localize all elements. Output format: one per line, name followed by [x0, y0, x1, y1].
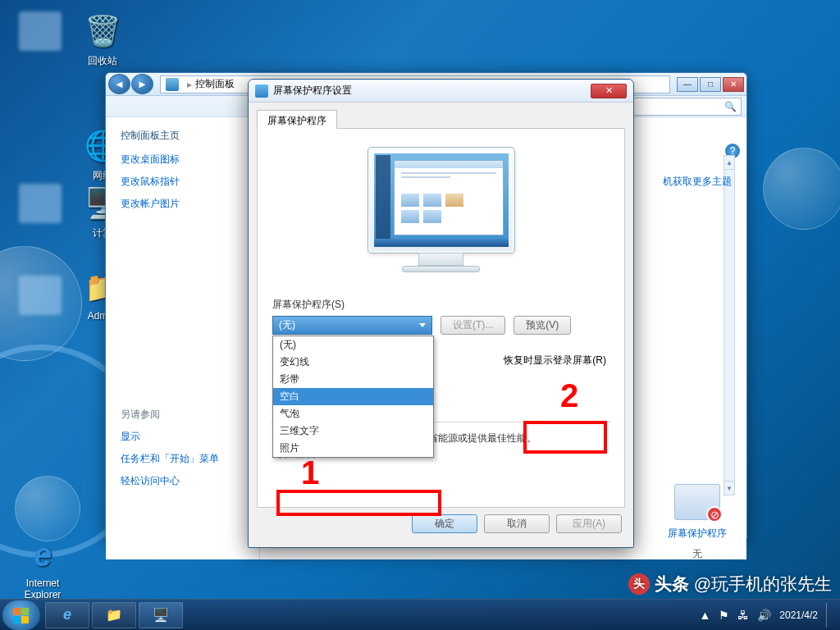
screensaver-label[interactable]: 屏幕保护程序 [656, 527, 738, 541]
breadcrumb-text: 控制面板 [195, 77, 235, 91]
desktop-icon-blur2[interactable] [10, 184, 71, 226]
screensaver-value: 无 [656, 547, 738, 561]
start-button[interactable] [2, 600, 40, 630]
sidebar-link-cursor[interactable]: 更改鼠标指针 [121, 175, 244, 189]
desktop-icon-recycle[interactable]: 🗑️ 回收站 [72, 11, 133, 68]
sidebar-link-ease[interactable]: 轻松访问中心 [121, 474, 244, 488]
sidebar-home[interactable]: 控制面板主页 [121, 129, 244, 143]
sidebar-link-display[interactable]: 显示 [121, 430, 244, 444]
option-ribbons[interactable]: 彩带 [273, 371, 433, 388]
tray-volume-icon[interactable]: 🔊 [757, 609, 771, 622]
prohibit-icon: ⊘ [706, 506, 723, 523]
control-panel-icon [166, 78, 179, 91]
blurred-icon [19, 276, 62, 315]
taskbar-cp-button[interactable]: 🖥️ [139, 602, 183, 628]
desktop-icon-label: 回收站 [72, 54, 133, 68]
online-themes-link[interactable]: 机获取更多主题 [656, 175, 738, 189]
watermark-author: @玩手机的张先生 [694, 573, 832, 596]
sidebar-link-desktop-icons[interactable]: 更改桌面图标 [121, 153, 244, 167]
watermark: 头 头条 @玩手机的张先生 [628, 573, 832, 596]
desktop-icon-blur1[interactable] [10, 11, 71, 54]
screensaver-select[interactable]: (无) (无) 变幻线 彩带 空白 气泡 三维文字 照片 [272, 316, 432, 335]
taskbar-ie-button[interactable]: e [45, 602, 89, 628]
option-blank[interactable]: 空白 [273, 388, 433, 405]
show-desktop-button[interactable] [826, 603, 833, 628]
sidebar-link-account-pic[interactable]: 更改帐户图片 [121, 197, 244, 211]
recycle-bin-icon: 🗑️ [83, 11, 122, 51]
tab-screensaver[interactable]: 屏幕保护程序 [257, 110, 337, 129]
resume-checkbox-label[interactable]: 恢复时显示登录屏幕(R) [504, 354, 606, 368]
ok-button[interactable]: 确定 [412, 514, 477, 533]
desktop-icon-label: Internet Explorer [10, 578, 75, 600]
group-label: 屏幕保护程序(S) [272, 298, 609, 312]
screensaver-thumb-icon[interactable]: ⊘ [674, 484, 720, 520]
minimize-button[interactable]: — [677, 77, 698, 92]
see-also-label: 另请参阅 [121, 408, 244, 422]
tray-flag-icon[interactable]: ▲ [699, 609, 710, 622]
blurred-icon [19, 184, 62, 223]
blurred-icon [19, 11, 62, 51]
screensaver-dialog: 屏幕保护程序设置 ✕ 屏幕保护程序 [248, 79, 634, 548]
nav-forward-button[interactable]: ► [131, 74, 153, 94]
option-mystify[interactable]: 变幻线 [273, 354, 433, 371]
option-bubbles[interactable]: 气泡 [273, 405, 433, 422]
monitor-preview [359, 147, 523, 286]
maximize-button[interactable]: □ [700, 77, 721, 92]
dialog-close-button[interactable]: ✕ [591, 84, 627, 98]
desktop-icon-ie[interactable]: e Internet Explorer [10, 535, 75, 600]
chevron-down-icon [419, 323, 426, 327]
desktop-icon-blur3[interactable] [10, 276, 71, 318]
apply-button[interactable]: 应用(A) [556, 514, 622, 533]
taskbar-explorer-button[interactable]: 📁 [92, 602, 136, 628]
option-none[interactable]: (无) [273, 336, 433, 354]
option-photos[interactable]: 照片 [273, 440, 433, 457]
dialog-titlebar[interactable]: 屏幕保护程序设置 ✕ [249, 80, 633, 103]
option-3dtext[interactable]: 三维文字 [273, 422, 433, 440]
dialog-icon [255, 84, 268, 98]
system-tray[interactable]: ▲ ⚑ 🖧 🔊 2021/4/2 [699, 603, 838, 628]
watermark-icon: 头 [628, 573, 650, 595]
cancel-button[interactable]: 取消 [484, 514, 550, 533]
sidebar: 控制面板主页 更改桌面图标 更改鼠标指针 更改帐户图片 另请参阅 显示 任务栏和… [106, 117, 260, 559]
tray-action-center-icon[interactable]: ⚑ [719, 609, 729, 622]
taskbar[interactable]: e 📁 🖥️ ▲ ⚑ 🖧 🔊 2021/4/2 [0, 599, 840, 630]
power-text: 省能源或提供最佳性能。 [428, 431, 609, 446]
tray-network-icon[interactable]: 🖧 [737, 609, 749, 622]
nav-back-button[interactable]: ◄ [108, 74, 130, 94]
dialog-title: 屏幕保护程序设置 [273, 84, 352, 98]
tray-date[interactable]: 2021/4/2 [779, 609, 818, 621]
screensaver-dropdown: (无) 变幻线 彩带 空白 气泡 三维文字 照片 [272, 336, 434, 458]
sidebar-link-taskbar[interactable]: 任务栏和「开始」菜单 [121, 452, 244, 466]
ie-icon: e [23, 535, 62, 574]
settings-button[interactable]: 设置(T)... [441, 316, 505, 335]
close-button[interactable]: ✕ [723, 77, 744, 92]
preview-button[interactable]: 预览(V) [514, 316, 571, 335]
combo-value: (无) [279, 318, 295, 332]
watermark-prefix: 头条 [655, 573, 689, 596]
